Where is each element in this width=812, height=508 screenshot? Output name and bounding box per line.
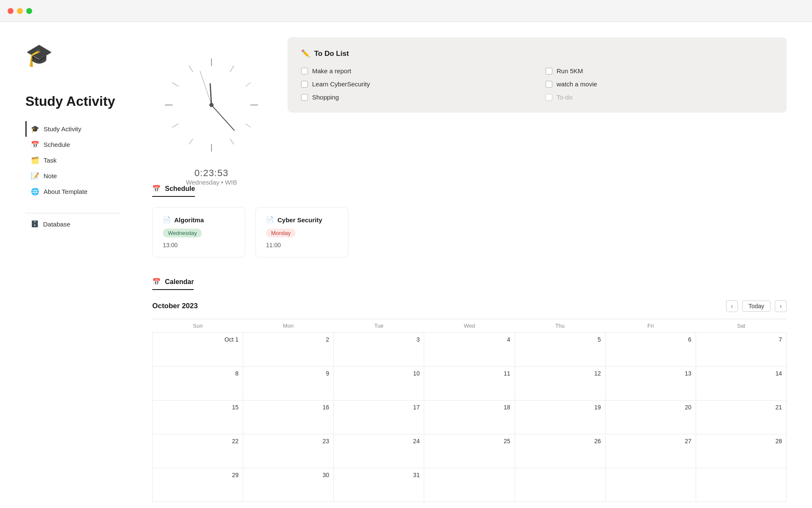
calendar-cell[interactable]: Oct 1 xyxy=(153,333,243,367)
checkbox-run[interactable] xyxy=(546,68,552,75)
calendar-cell[interactable]: 25 xyxy=(424,434,515,468)
calendar-section: 📅 Calendar October 2023 ‹ Today › Sun Mo… xyxy=(152,278,787,502)
clock-widget: 0:23:53 Wednesday • WIB xyxy=(152,46,271,164)
calendar-cell[interactable]: 30 xyxy=(243,468,334,502)
calendar-cell[interactable]: 2 xyxy=(243,333,334,367)
todo-item-cybersec[interactable]: Learn CyberSecurity xyxy=(301,80,529,88)
todo-item-todo[interactable]: To-do xyxy=(546,94,773,101)
calendar-today-button[interactable]: Today xyxy=(742,301,771,312)
calendar-cell[interactable]: 20 xyxy=(605,400,696,434)
calendar-cell[interactable]: 3 xyxy=(334,333,424,367)
calendar-cell[interactable]: 12 xyxy=(515,367,605,400)
calendar-cell[interactable]: 24 xyxy=(334,434,424,468)
calendar-cell[interactable]: 6 xyxy=(605,333,696,367)
calendar-cell[interactable]: 31 xyxy=(334,468,424,502)
calendar-cell[interactable]: 17 xyxy=(334,400,424,434)
sidebar-item-note[interactable]: 📝 Note xyxy=(25,168,120,184)
sidebar-item-task[interactable]: 🗂️ Task xyxy=(25,152,120,168)
calendar-cell[interactable]: 9 xyxy=(243,367,334,400)
calendar-cell[interactable]: 13 xyxy=(605,367,696,400)
calendar-week-4: 293031 xyxy=(153,468,787,502)
close-button[interactable] xyxy=(8,8,14,14)
checkbox-cybersec[interactable] xyxy=(301,81,308,88)
calendar-cell[interactable]: 16 xyxy=(243,400,334,434)
calendar-cell[interactable]: 28 xyxy=(696,434,786,468)
calendar-nav: October 2023 ‹ Today › xyxy=(152,300,787,312)
calendar-cell[interactable]: 26 xyxy=(515,434,605,468)
checkbox-shopping[interactable] xyxy=(301,94,308,101)
calendar-prev-button[interactable]: ‹ xyxy=(726,300,738,312)
clock-day-label: Wednesday • WIB xyxy=(152,179,271,186)
svg-line-11 xyxy=(189,66,193,72)
calendar-cell[interactable]: 21 xyxy=(696,400,786,434)
titlebar xyxy=(0,0,812,22)
calendar-cell[interactable]: 27 xyxy=(605,434,696,468)
calendar-cell[interactable]: 11 xyxy=(424,367,515,400)
calendar-tab-header[interactable]: 📅 Calendar xyxy=(152,278,194,290)
svg-line-5 xyxy=(245,83,251,86)
sidebar: 🎓 Study Activity 🎓 Study Activity 📅 Sche… xyxy=(0,22,135,508)
sidebar-database[interactable]: 🗄️ Database xyxy=(25,220,120,228)
sidebar-item-schedule[interactable]: 📅 Schedule xyxy=(25,137,120,152)
schedule-cards: 📄 Algoritma Wednesday 13:00 📄 Cyber Secu… xyxy=(152,207,787,257)
sidebar-item-about-template[interactable]: 🌐 About Template xyxy=(25,184,120,199)
calendar-next-button[interactable]: › xyxy=(775,300,787,312)
about-template-icon: 🌐 xyxy=(31,188,39,196)
database-icon: 🗄️ xyxy=(31,220,39,228)
checkbox-movie[interactable] xyxy=(546,81,552,88)
calendar-cell[interactable]: 10 xyxy=(334,367,424,400)
calendar-cell[interactable]: 5 xyxy=(515,333,605,367)
weekday-wed: Wed xyxy=(424,319,515,333)
svg-line-7 xyxy=(230,139,234,144)
calendar-cell[interactable]: 29 xyxy=(153,468,243,502)
calendar-cell[interactable] xyxy=(696,468,786,502)
schedule-card-cybersecurity: 📄 Cyber Security Monday 11:00 xyxy=(255,207,348,257)
calendar-cell[interactable]: 22 xyxy=(153,434,243,468)
todo-item-movie[interactable]: watch a movie xyxy=(546,80,773,88)
svg-line-8 xyxy=(189,139,193,144)
schedule-section: 📅 Schedule 📄 Algoritma Wednesday 13:00 📄… xyxy=(152,185,787,257)
clock-face xyxy=(152,46,271,164)
calendar-cell[interactable] xyxy=(424,468,515,502)
maximize-button[interactable] xyxy=(26,8,32,14)
svg-line-4 xyxy=(230,66,234,72)
todo-header: ✏️ To Do List xyxy=(301,49,773,58)
todo-item-report[interactable]: Make a report xyxy=(301,67,529,75)
card-icon-cybersecurity: 📄 xyxy=(266,216,274,224)
app-logo: 🎓 xyxy=(25,42,120,68)
weekday-tue: Tue xyxy=(334,319,424,333)
calendar-cell[interactable]: 23 xyxy=(243,434,334,468)
card-icon-algoritma: 📄 xyxy=(163,216,171,224)
svg-line-13 xyxy=(211,105,234,130)
calendar-week-2: 15161718192021 xyxy=(153,400,787,434)
todo-item-shopping[interactable]: Shopping xyxy=(301,94,529,101)
todo-icon: ✏️ xyxy=(301,49,310,58)
weekday-mon: Mon xyxy=(243,319,334,333)
todo-section: ✏️ To Do List Make a report Learn CyberS… xyxy=(288,37,787,113)
calendar-cell[interactable]: 8 xyxy=(153,367,243,400)
clock-time: 0:23:53 xyxy=(152,168,271,179)
study-activity-icon: 🎓 xyxy=(31,125,39,133)
calendar-cell[interactable]: 7 xyxy=(696,333,786,367)
calendar-cell[interactable]: 14 xyxy=(696,367,786,400)
clock-center-dot xyxy=(209,103,214,107)
calendar-cell[interactable] xyxy=(515,468,605,502)
checkbox-report[interactable] xyxy=(301,68,308,75)
svg-line-14 xyxy=(200,71,211,105)
calendar-weekday-row: Sun Mon Tue Wed Thu Fri Sat xyxy=(153,319,787,333)
calendar-cell[interactable]: 15 xyxy=(153,400,243,434)
todo-item-run[interactable]: Run 5KM xyxy=(546,67,773,75)
minimize-button[interactable] xyxy=(17,8,23,14)
schedule-tab-header[interactable]: 📅 Schedule xyxy=(152,185,195,197)
calendar-cell[interactable]: 18 xyxy=(424,400,515,434)
calendar-week-1: 891011121314 xyxy=(153,367,787,400)
app-layout: 🎓 Study Activity 🎓 Study Activity 📅 Sche… xyxy=(0,22,812,508)
checkbox-todo[interactable] xyxy=(546,94,552,101)
calendar-cell[interactable]: 4 xyxy=(424,333,515,367)
calendar-cell[interactable]: 19 xyxy=(515,400,605,434)
svg-line-6 xyxy=(245,124,251,127)
sidebar-item-study-activity[interactable]: 🎓 Study Activity xyxy=(25,121,120,137)
todo-col-1: Make a report Learn CyberSecurity Shoppi… xyxy=(301,67,529,101)
calendar-cell[interactable] xyxy=(605,468,696,502)
card-time-algoritma: 13:00 xyxy=(163,242,235,248)
